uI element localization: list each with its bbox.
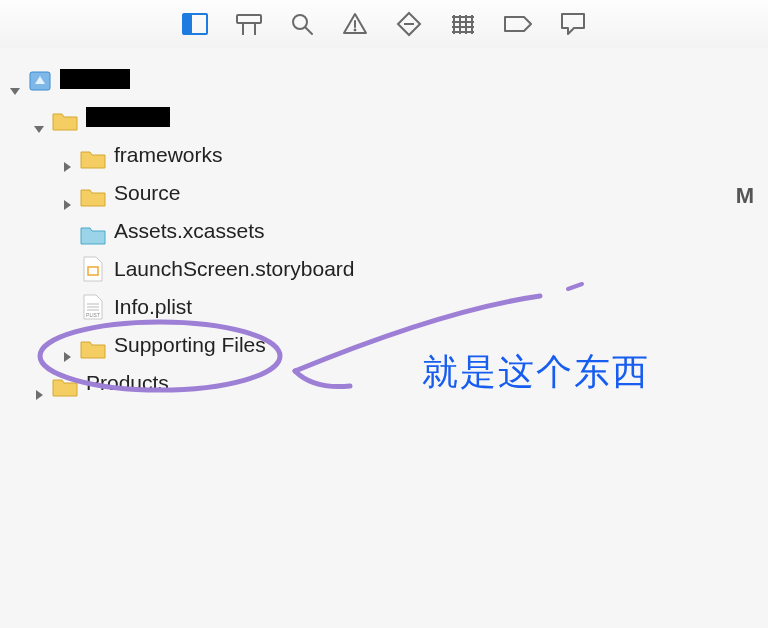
svg-text:PLIST: PLIST — [86, 312, 100, 318]
test-navigator-icon[interactable] — [396, 11, 422, 37]
storyboard-file-icon — [83, 256, 103, 282]
disclosure-down-icon[interactable] — [32, 110, 46, 124]
source-control-modified-badge: M — [736, 183, 754, 209]
issue-navigator-icon[interactable] — [342, 12, 368, 36]
folder-icon — [52, 106, 78, 128]
breakpoint-navigator-icon[interactable] — [504, 15, 532, 33]
xcodeproj-icon — [28, 67, 52, 91]
folder-icon — [80, 182, 106, 204]
disclosure-right-icon[interactable] — [60, 148, 74, 162]
disclosure-right-icon[interactable] — [60, 186, 74, 200]
products-label: Products — [86, 364, 169, 402]
tree-row-products[interactable]: Products — [8, 364, 748, 402]
debug-navigator-icon[interactable] — [450, 13, 476, 35]
svg-point-8 — [354, 29, 357, 32]
svg-line-6 — [305, 27, 312, 34]
tree-row-frameworks[interactable]: frameworks — [8, 136, 748, 174]
supporting-label: Supporting Files — [114, 326, 266, 364]
folder-icon — [80, 334, 106, 356]
tree-row-group[interactable] — [8, 98, 748, 136]
project-name-redacted — [60, 69, 130, 89]
navigator-toolbar — [0, 0, 768, 49]
project-navigator-area: frameworks Source Assets.xcassets — [0, 48, 768, 628]
tree-row-assets[interactable]: Assets.xcassets — [8, 212, 748, 250]
tree-row-project[interactable] — [8, 60, 748, 98]
frameworks-label: frameworks — [114, 136, 223, 174]
launchscreen-label: LaunchScreen.storyboard — [114, 250, 355, 288]
svg-rect-1 — [183, 14, 192, 34]
source-label: Source — [114, 174, 181, 212]
disclosure-down-icon[interactable] — [8, 72, 22, 86]
disclosure-right-icon[interactable] — [32, 376, 46, 390]
project-navigator-icon[interactable] — [182, 13, 208, 35]
find-navigator-icon[interactable] — [290, 12, 314, 36]
plist-file-icon: PLIST — [83, 294, 103, 320]
assets-folder-icon — [80, 220, 106, 242]
assets-label: Assets.xcassets — [114, 212, 265, 250]
disclosure-right-icon[interactable] — [60, 338, 74, 352]
tree-row-supporting[interactable]: Supporting Files — [8, 326, 748, 364]
folder-icon — [52, 372, 78, 394]
group-name-redacted — [86, 107, 170, 127]
tree-row-source[interactable]: Source — [8, 174, 748, 212]
tree-row-launchscreen[interactable]: LaunchScreen.storyboard — [8, 250, 748, 288]
infoplist-label: Info.plist — [114, 288, 192, 326]
svg-rect-2 — [237, 15, 261, 23]
report-navigator-icon[interactable] — [560, 12, 586, 36]
tree-row-infoplist[interactable]: PLIST Info.plist — [8, 288, 748, 326]
folder-icon — [80, 144, 106, 166]
symbol-navigator-icon[interactable] — [236, 13, 262, 35]
